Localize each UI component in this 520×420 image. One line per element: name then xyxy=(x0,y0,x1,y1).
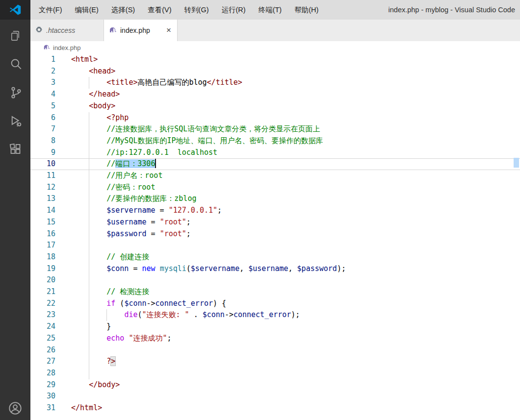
editor-line-27[interactable]: 27 ?> xyxy=(30,356,520,368)
editor-line-7[interactable]: 7 //连接数据库，执行SQL语句查询文章分类，将分类显示在页面上 xyxy=(30,124,520,135)
line-number[interactable]: 25 xyxy=(30,333,71,345)
line-number[interactable]: 12 xyxy=(30,182,71,194)
menu-item-6[interactable]: 终端(T) xyxy=(252,0,288,20)
code-line-content[interactable]: <?php xyxy=(71,112,520,124)
editor-line-26[interactable]: 26 xyxy=(30,345,520,356)
code-line-content[interactable]: //MySQL数据库的IP地址、端口、用户名、密码、要操作的数据库 xyxy=(71,135,520,147)
line-number[interactable]: 31 xyxy=(30,402,71,414)
code-line-content[interactable] xyxy=(71,368,520,379)
code-line-content[interactable]: $servername = "127.0.0.1"; xyxy=(71,205,520,217)
search-icon[interactable] xyxy=(3,53,27,74)
editor-line-21[interactable]: 21 // 检测连接 xyxy=(30,286,520,298)
editor-line-14[interactable]: 14 $servername = "127.0.0.1"; xyxy=(30,205,520,217)
editor-line-28[interactable]: 28 xyxy=(30,368,520,379)
code-line-content[interactable] xyxy=(71,391,520,402)
code-line-content[interactable]: // 创建连接 xyxy=(71,251,520,263)
code-line-content[interactable]: //密码：root xyxy=(71,182,520,194)
line-number[interactable]: 24 xyxy=(30,321,71,333)
editor-line-30[interactable]: 30 xyxy=(30,391,520,402)
code-line-content[interactable]: if ($conn->connect_error) { xyxy=(71,298,520,310)
editor-line-11[interactable]: 11 //用户名：root xyxy=(30,170,520,182)
line-number[interactable]: 1 xyxy=(30,54,71,66)
editor-line-8[interactable]: 8 //MySQL数据库的IP地址、端口、用户名、密码、要操作的数据库 xyxy=(30,135,520,147)
editor-line-23[interactable]: 23 die("连接失败: " . $conn->connect_error); xyxy=(30,309,520,321)
line-number[interactable]: 30 xyxy=(30,391,71,402)
line-number[interactable]: 26 xyxy=(30,345,71,356)
code-line-content[interactable]: <body> xyxy=(71,100,520,112)
menu-item-3[interactable]: 查看(V) xyxy=(141,0,178,20)
code-line-content[interactable] xyxy=(71,345,520,356)
editor-line-24[interactable]: 24 } xyxy=(30,321,520,333)
line-number[interactable]: 21 xyxy=(30,286,71,298)
line-number[interactable]: 5 xyxy=(30,100,71,112)
line-number[interactable]: 10 xyxy=(30,158,71,170)
editor-line-25[interactable]: 25 echo "连接成功"; xyxy=(30,333,520,345)
editor-line-19[interactable]: 19 $conn = new mysqli($servername, $user… xyxy=(30,263,520,275)
code-line-content[interactable]: ?> xyxy=(71,356,520,368)
code-line-content[interactable]: <title>高艳自己编写的blog</title> xyxy=(71,77,520,89)
code-line-content[interactable]: $username = "root"; xyxy=(71,217,520,228)
editor-line-6[interactable]: 6 <?php xyxy=(30,112,520,124)
editor-line-3[interactable]: 3 <title>高艳自己编写的blog</title> xyxy=(30,77,520,89)
line-number[interactable]: 20 xyxy=(30,274,71,286)
code-line-content[interactable]: //端口：3306 xyxy=(71,158,520,170)
code-line-content[interactable] xyxy=(71,274,520,286)
line-number[interactable]: 8 xyxy=(30,135,71,147)
code-line-content[interactable]: <html> xyxy=(71,54,520,66)
code-line-content[interactable]: </body> xyxy=(71,379,520,391)
line-number[interactable]: 15 xyxy=(30,217,71,228)
code-line-content[interactable]: //用户名：root xyxy=(71,170,520,182)
account-icon[interactable] xyxy=(3,397,27,419)
editor-line-31[interactable]: 31</html> xyxy=(30,402,520,414)
editor-line-18[interactable]: 18 // 创建连接 xyxy=(30,251,520,263)
line-number[interactable]: 11 xyxy=(30,170,71,182)
editor-line-9[interactable]: 9 //ip:127.0.0.1 localhost xyxy=(30,147,520,159)
extensions-icon[interactable] xyxy=(3,138,27,160)
code-line-content[interactable]: // 检测连接 xyxy=(71,286,520,298)
breadcrumb[interactable]: index.php xyxy=(30,41,520,54)
line-number[interactable]: 18 xyxy=(30,251,71,263)
line-number[interactable]: 9 xyxy=(30,147,71,159)
line-number[interactable]: 23 xyxy=(30,309,71,321)
menu-item-7[interactable]: 帮助(H) xyxy=(288,0,325,20)
line-number[interactable]: 2 xyxy=(30,66,71,77)
code-line-content[interactable]: $password = "root"; xyxy=(71,228,520,240)
editor-line-2[interactable]: 2 <head> xyxy=(30,66,520,77)
editor-line-29[interactable]: 29 </body> xyxy=(30,379,520,391)
menu-item-5[interactable]: 运行(R) xyxy=(215,0,252,20)
menu-item-1[interactable]: 编辑(E) xyxy=(69,0,105,20)
line-number[interactable]: 14 xyxy=(30,205,71,217)
editor-line-15[interactable]: 15 $username = "root"; xyxy=(30,217,520,228)
line-number[interactable]: 19 xyxy=(30,263,71,275)
code-line-content[interactable]: //ip:127.0.0.1 localhost xyxy=(71,147,520,159)
code-line-content[interactable]: $conn = new mysqli($servername, $usernam… xyxy=(71,263,520,275)
line-number[interactable]: 13 xyxy=(30,193,71,205)
breadcrumb-item-file[interactable]: index.php xyxy=(53,44,80,51)
editor-line-20[interactable]: 20 xyxy=(30,274,520,286)
editor-line-22[interactable]: 22 if ($conn->connect_error) { xyxy=(30,298,520,310)
code-line-content[interactable]: </head> xyxy=(71,89,520,100)
run-debug-icon[interactable] xyxy=(3,110,27,131)
menu-item-4[interactable]: 转到(G) xyxy=(178,0,215,20)
line-number[interactable]: 7 xyxy=(30,124,71,135)
explorer-icon[interactable] xyxy=(3,25,27,46)
editor-line-1[interactable]: 1<html> xyxy=(30,54,520,66)
code-line-content[interactable]: die("连接失败: " . $conn->connect_error); xyxy=(71,309,520,321)
menu-item-0[interactable]: 文件(F) xyxy=(32,0,69,20)
line-number[interactable]: 17 xyxy=(30,240,71,251)
line-number[interactable]: 27 xyxy=(30,356,71,368)
code-line-content[interactable] xyxy=(71,240,520,251)
code-line-content[interactable]: <head> xyxy=(71,66,520,77)
line-number[interactable]: 6 xyxy=(30,112,71,124)
line-number[interactable]: 4 xyxy=(30,89,71,100)
menu-item-2[interactable]: 选择(S) xyxy=(105,0,141,20)
editor-line-4[interactable]: 4 </head> xyxy=(30,89,520,100)
vscode-logo[interactable] xyxy=(0,0,30,20)
code-line-content[interactable]: echo "连接成功"; xyxy=(71,333,520,345)
source-control-icon[interactable] xyxy=(3,81,27,103)
code-line-content[interactable]: //要操作的数据库：zblog xyxy=(71,193,520,205)
line-number[interactable]: 28 xyxy=(30,368,71,379)
code-line-content[interactable]: //连接数据库，执行SQL语句查询文章分类，将分类显示在页面上 xyxy=(71,124,520,135)
editor-line-13[interactable]: 13 //要操作的数据库：zblog xyxy=(30,193,520,205)
code-line-content[interactable]: } xyxy=(71,321,520,333)
